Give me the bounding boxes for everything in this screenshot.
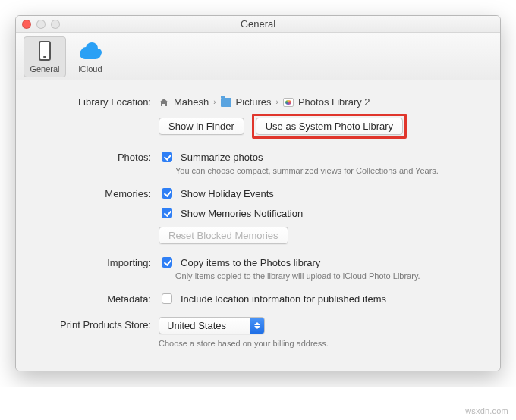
- show-holiday-events-checkbox[interactable]: [162, 188, 172, 199]
- show-holiday-events-label: Show Holiday Events: [181, 188, 274, 199]
- chevron-right-icon: ›: [213, 98, 216, 106]
- copy-items-checkbox[interactable]: [162, 257, 172, 268]
- include-location-label: Include location information for publish…: [181, 293, 386, 305]
- label-metadata: Metadata:: [37, 291, 159, 305]
- store-hint: Choose a store based on your billing add…: [159, 339, 479, 348]
- copy-items-option[interactable]: Copy items to the Photos library: [159, 255, 479, 270]
- crumb-home: Mahesh: [174, 96, 209, 108]
- summarize-photos-hint: You can choose compact, summarized views…: [159, 166, 479, 175]
- toolbar: General iCloud: [16, 33, 500, 80]
- traffic-lights: [22, 20, 60, 29]
- mobile-device-icon: [33, 39, 57, 63]
- label-print-products-store: Print Products Store:: [37, 317, 159, 331]
- tab-label: General: [30, 64, 59, 74]
- show-memories-notification-checkbox[interactable]: [162, 208, 172, 218]
- label-photos: Photos:: [37, 149, 159, 163]
- tab-label: iCloud: [78, 64, 102, 74]
- window-title: General: [241, 18, 275, 30]
- chevron-right-icon: ›: [276, 98, 278, 106]
- updown-chevron-icon: [250, 318, 264, 334]
- include-location-option[interactable]: Include location information for publish…: [159, 291, 479, 306]
- breadcrumb[interactable]: Mahesh › Pictures › Photos Library 2: [159, 94, 479, 108]
- minimize-icon[interactable]: [36, 20, 46, 29]
- tab-icloud[interactable]: iCloud: [69, 36, 112, 77]
- show-in-finder-button[interactable]: Show in Finder: [159, 118, 244, 135]
- include-location-checkbox[interactable]: [162, 293, 172, 304]
- crumb-library: Photos Library 2: [298, 96, 370, 108]
- store-selected: United States: [159, 318, 250, 334]
- show-holiday-events-option[interactable]: Show Holiday Events: [159, 186, 479, 201]
- summarize-photos-checkbox[interactable]: [162, 152, 172, 162]
- zoom-icon[interactable]: [51, 20, 60, 29]
- store-select[interactable]: United States: [159, 317, 265, 334]
- summarize-photos-label: Summarize photos: [181, 152, 263, 163]
- show-memories-notification-label: Show Memories Notification: [181, 208, 303, 219]
- icloud-icon: [78, 39, 102, 63]
- show-memories-notification-option[interactable]: Show Memories Notification: [159, 205, 479, 221]
- photos-library-icon: [283, 98, 294, 107]
- preferences-window: General General iCloud Library Location:…: [15, 15, 501, 371]
- titlebar: General: [16, 16, 500, 33]
- close-icon[interactable]: [22, 20, 31, 29]
- summarize-photos-option[interactable]: Summarize photos: [159, 149, 479, 165]
- copy-items-hint: Only items copied to the library will up…: [159, 271, 479, 281]
- label-library-location: Library Location:: [37, 94, 159, 108]
- home-icon: [159, 98, 169, 107]
- tab-general[interactable]: General: [24, 36, 66, 77]
- crumb-pictures: Pictures: [236, 96, 272, 108]
- label-memories: Memories:: [37, 186, 159, 199]
- label-importing: Importing:: [37, 255, 159, 268]
- content: Library Location: Mahesh › Pictures › Ph…: [16, 80, 500, 371]
- folder-icon: [221, 98, 231, 107]
- copy-items-label: Copy items to the Photos library: [181, 257, 320, 268]
- highlight-box: Use as System Photo Library: [252, 114, 407, 139]
- use-as-system-photo-library-button[interactable]: Use as System Photo Library: [256, 118, 403, 135]
- reset-blocked-memories-button[interactable]: Reset Blocked Memories: [159, 227, 288, 244]
